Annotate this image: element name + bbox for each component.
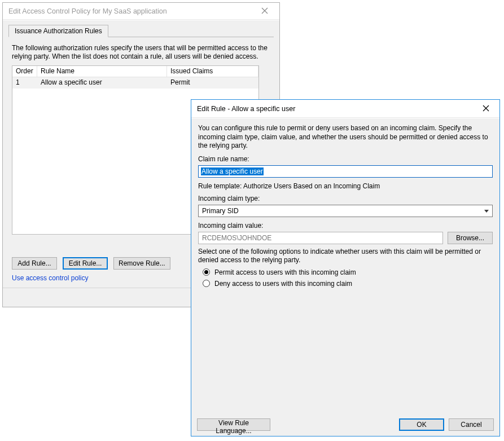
grid-header: Order Rule Name Issued Claims: [12, 66, 258, 77]
remove-rule-button[interactable]: Remove Rule...: [113, 257, 170, 270]
incoming-claim-type-select[interactable]: Primary SID: [198, 205, 493, 217]
cell-rule-name: Allow a specific user: [37, 77, 167, 89]
deny-radio-label: Deny access to users with this incoming …: [214, 280, 352, 288]
close-button[interactable]: [252, 3, 277, 19]
edit-rule-button[interactable]: Edit Rule...: [63, 257, 108, 270]
cell-order: 1: [12, 77, 37, 89]
table-row[interactable]: 1 Allow a specific user Permit: [12, 77, 258, 89]
radio-icon: [203, 280, 210, 287]
dialog-title: Edit Access Control Policy for My SaaS a…: [8, 7, 252, 15]
close-icon: [483, 104, 489, 113]
rule-button-row: Add Rule... Edit Rule... Remove Rule...: [12, 257, 170, 270]
use-access-control-policy-link[interactable]: Use access control policy: [12, 274, 88, 282]
ok-button[interactable]: OK: [399, 418, 444, 431]
tab-strip: Issuance Authorization Rules: [8, 25, 274, 37]
incoming-claim-type-label: Incoming claim type:: [198, 195, 493, 202]
dialog-title: Edit Rule - Allow a specific user: [197, 105, 474, 113]
add-rule-button[interactable]: Add Rule...: [12, 257, 57, 270]
claim-rule-name-label: Claim rule name:: [198, 155, 493, 163]
incoming-claim-type-value: Primary SID: [202, 207, 239, 215]
option-intro-text: Select one of the following options to i…: [198, 248, 493, 265]
dialog-footer: View Rule Language... OK Cancel: [191, 413, 499, 436]
edit-rule-dialog: Edit Rule - Allow a specific user You ca…: [191, 99, 500, 436]
permit-radio-row[interactable]: Permit access to users with this incomin…: [203, 268, 493, 276]
cancel-button[interactable]: Cancel: [449, 418, 494, 431]
column-issued-claims[interactable]: Issued Claims: [167, 66, 258, 77]
permit-radio-label: Permit access to users with this incomin…: [214, 268, 356, 276]
intro-text: You can configure this rule to permit or…: [198, 124, 493, 151]
rule-template-text: Rule template: Authorize Users Based on …: [198, 182, 493, 190]
tab-issuance-authorization-rules[interactable]: Issuance Authorization Rules: [8, 25, 108, 37]
claim-rule-name-input[interactable]: Allow a specific user: [198, 165, 493, 178]
close-icon: [261, 7, 268, 16]
dialog-titlebar: Edit Access Control Policy for My SaaS a…: [3, 3, 279, 20]
dialog-body: You can configure this rule to permit or…: [191, 118, 499, 413]
description-text: The following authorization rules specif…: [12, 44, 270, 61]
close-button[interactable]: [474, 101, 498, 117]
dialog-titlebar: Edit Rule - Allow a specific user: [191, 100, 499, 118]
column-order[interactable]: Order: [12, 66, 37, 77]
claim-rule-name-value: Allow a specific user: [201, 167, 264, 175]
incoming-claim-value-label: Incoming claim value:: [198, 222, 493, 230]
radio-icon: [203, 268, 210, 276]
column-rule-name[interactable]: Rule Name: [37, 66, 167, 77]
view-rule-language-button[interactable]: View Rule Language...: [197, 418, 270, 431]
browse-button[interactable]: Browse...: [448, 232, 493, 244]
cell-issued-claims: Permit: [167, 77, 258, 89]
incoming-claim-value-input[interactable]: [198, 232, 443, 244]
deny-radio-row[interactable]: Deny access to users with this incoming …: [203, 280, 493, 288]
